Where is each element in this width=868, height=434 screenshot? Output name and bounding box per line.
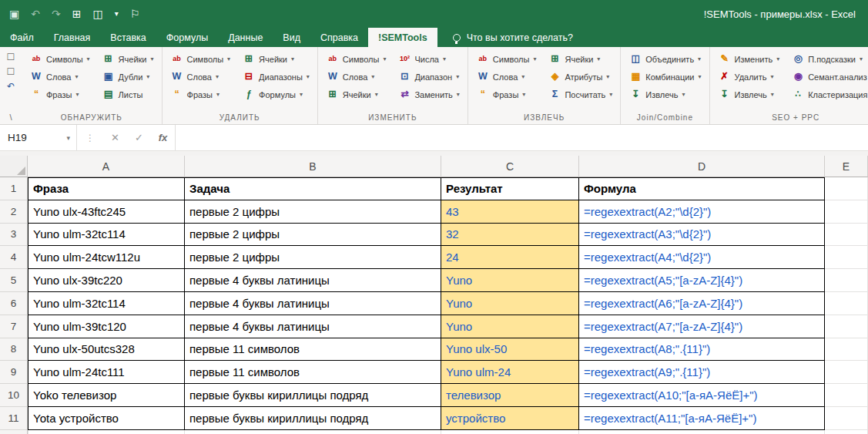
tab-data[interactable]: Данные: [218, 28, 273, 47]
ribbon-button-seo-suggestions[interactable]: ◎П.подсказки▾: [789, 51, 868, 67]
cell-a12[interactable]: [28, 430, 185, 434]
cell-d12[interactable]: [579, 430, 825, 434]
row-header-8[interactable]: 8: [0, 338, 28, 362]
cell-d1[interactable]: Формула: [579, 177, 825, 200]
name-box-caret-icon[interactable]: ▾: [66, 134, 70, 142]
ribbon-button-detect-cells[interactable]: ⊞Ячейки▾: [99, 51, 156, 67]
ribbon-button-detect-sheets[interactable]: ▤Листы: [99, 86, 156, 103]
checkbox-icon[interactable]: ☐: [7, 52, 15, 62]
cell-b11[interactable]: первые буквы кириллицы подряд: [185, 407, 441, 430]
row-header-6[interactable]: 6: [0, 292, 28, 315]
ribbon-button-extract-attributes[interactable]: ◈Атрибуты▾: [545, 69, 615, 85]
ribbon-button-join-merge[interactable]: ◫Объединить▾: [626, 51, 703, 67]
ribbon-button-seo-extract[interactable]: ↧Извлечь▾: [716, 86, 783, 103]
cell-d8[interactable]: =regexextract(A8;".{11}"): [579, 338, 825, 362]
ribbon-button-seo-change[interactable]: ✎Изменить▾: [716, 51, 783, 67]
cell-e9[interactable]: [825, 361, 868, 384]
ribbon-button-delete-phrases[interactable]: “Фразы▾: [168, 86, 233, 103]
cell-b3[interactable]: первые 2 цифры: [185, 224, 441, 247]
row-header-7[interactable]: 7: [0, 315, 28, 338]
ribbon-button-detect-duplicates[interactable]: ▣Дубли▾: [99, 69, 156, 85]
tab-help[interactable]: Справка: [310, 28, 368, 47]
cell-c1[interactable]: Результат: [441, 177, 579, 200]
cell-c2[interactable]: 43: [441, 200, 579, 224]
cell-e8[interactable]: [825, 338, 868, 362]
tab-semtools[interactable]: !SEMTools: [368, 28, 437, 47]
cell-b12[interactable]: [185, 430, 441, 434]
cell-d7[interactable]: =regexextract(A7;"[a-zA-Z]{4}"): [579, 315, 825, 338]
tell-me-box[interactable]: Что вы хотите сделать?: [444, 28, 582, 47]
cell-e5[interactable]: [825, 269, 868, 292]
cell-e12[interactable]: [825, 430, 868, 434]
cell-c5[interactable]: Yuno: [441, 269, 579, 292]
cell-d10[interactable]: =regexextract(A10;"[а-яА-ЯёЁ]+"): [579, 384, 825, 407]
cell-c7[interactable]: Yuno: [441, 315, 579, 338]
redo-icon[interactable]: ↷: [52, 8, 61, 19]
cell-d11[interactable]: =regexextract(A11;"[а-яА-ЯёЁ]+"): [579, 407, 825, 430]
row-header-2[interactable]: 2: [0, 200, 28, 224]
cell-e10[interactable]: [825, 384, 868, 407]
cell-a3[interactable]: Yuno ulm-32tc114: [28, 224, 185, 247]
ribbon-button-delete-formulas[interactable]: ƒФормулы▾: [240, 86, 312, 103]
cell-a10[interactable]: Yoko телевизор: [28, 384, 185, 407]
window-icon[interactable]: ◫: [92, 8, 102, 19]
ribbon-button-change-words[interactable]: WСлова▾: [323, 69, 389, 85]
cell-c11[interactable]: устройство: [441, 407, 579, 430]
cell-a5[interactable]: Yuno ulx-39tc220: [28, 269, 185, 292]
cell-d5[interactable]: =regexextract(A5;"[a-zA-Z]{4}"): [579, 269, 825, 292]
ribbon-button-delete-cells[interactable]: ⊞Ячейки▾: [240, 51, 312, 67]
cell-c9[interactable]: Yuno ulm-24: [441, 361, 579, 384]
ribbon-button-join-combinations[interactable]: ▦Комбинации▾: [626, 69, 703, 85]
row-header-5[interactable]: 5: [0, 269, 28, 292]
save-icon[interactable]: ▣: [9, 8, 19, 19]
cell-a8[interactable]: Yuno ulx-50utcs328: [28, 338, 185, 362]
ribbon-button-delete-symbols[interactable]: abСимволы▾: [168, 51, 233, 67]
tab-insert[interactable]: Вставка: [100, 28, 156, 47]
cell-d9[interactable]: =regexextract(A9;".{11}"): [579, 361, 825, 384]
column-header-e[interactable]: E: [825, 156, 868, 177]
cell-a6[interactable]: Yuno ulm-32tc114: [28, 292, 185, 315]
flag-icon[interactable]: ⚐: [130, 8, 140, 19]
ribbon-button-change-cells[interactable]: ⊞Ячейки▾: [323, 86, 389, 103]
ribbon-button-change-replace[interactable]: ⇄Заменить▾: [395, 86, 461, 103]
ribbon-button-extract-cells[interactable]: ⊞Ячейки▾: [545, 51, 615, 67]
insert-function-button[interactable]: fx: [151, 125, 175, 150]
cell-a2[interactable]: Yuno ulx-43ftc245: [28, 200, 185, 224]
cell-a9[interactable]: Yuno ulm-24tc111: [28, 361, 185, 384]
row-header-10[interactable]: 10: [0, 384, 28, 407]
select-all-corner[interactable]: [0, 156, 28, 177]
cell-a11[interactable]: Yota устройство: [28, 407, 185, 430]
ribbon-button-seo-semantic[interactable]: ◉Семант.анализ▾: [789, 69, 868, 85]
cell-c3[interactable]: 32: [441, 224, 579, 247]
row-header-9[interactable]: 9: [0, 361, 28, 384]
menu-caret-icon[interactable]: ▾: [115, 10, 119, 18]
cell-e11[interactable]: [825, 407, 868, 430]
cell-e3[interactable]: [825, 224, 868, 247]
formula-input[interactable]: [175, 125, 868, 150]
cell-d4[interactable]: =regexextract(A4;"\d{2}"): [579, 246, 825, 269]
tab-formulas[interactable]: Формулы: [156, 28, 218, 47]
checkbox-icon[interactable]: ☐: [7, 67, 15, 76]
column-header-c[interactable]: C: [441, 156, 579, 177]
ribbon-button-change-numbers[interactable]: 10²Числа▾: [395, 51, 461, 67]
cell-b10[interactable]: первые буквы кириллицы подряд: [185, 384, 441, 407]
cell-e1[interactable]: [825, 177, 868, 200]
cell-b5[interactable]: первые 4 буквы латиницы: [185, 269, 441, 292]
cell-b9[interactable]: первые 11 символов: [185, 361, 441, 384]
cell-c12[interactable]: [441, 430, 579, 434]
ribbon-button-delete-words[interactable]: WСлова▾: [168, 69, 233, 85]
cell-b7[interactable]: первые 4 буквы латиницы: [185, 315, 441, 338]
tab-file[interactable]: Файл: [0, 28, 44, 47]
cell-b1[interactable]: Задача: [185, 177, 441, 200]
cell-c4[interactable]: 24: [441, 246, 579, 269]
cell-e4[interactable]: [825, 246, 868, 269]
ribbon-button-extract-symbols[interactable]: abСимволы▾: [474, 51, 539, 67]
ribbon-button-delete-ranges[interactable]: ⊟Диапазоны▾: [240, 69, 312, 85]
cell-b2[interactable]: первые 2 цифры: [185, 200, 441, 224]
cell-e7[interactable]: [825, 315, 868, 338]
row-header-3[interactable]: 3: [0, 224, 28, 247]
cell-a4[interactable]: Yuno ulm-24tcw112u: [28, 246, 185, 269]
cell-b8[interactable]: первые 11 символов: [185, 338, 441, 362]
ribbon-button-detect-symbols[interactable]: abСимволы▾: [27, 51, 92, 67]
name-box[interactable]: H19 ▾: [0, 125, 77, 150]
